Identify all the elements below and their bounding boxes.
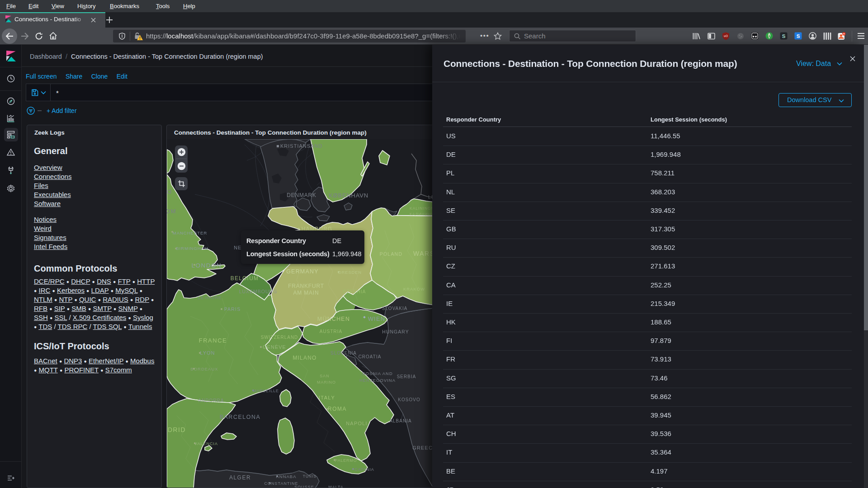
svg-text:WIEN: WIEN [368,315,386,322]
svg-text:MARINO: MARINO [317,380,336,385]
svg-text:BARCELONA: BARCELONA [220,414,261,420]
svg-text:MADRID: MADRID [167,426,186,433]
svg-text:BELGIUM: BELGIUM [231,275,259,282]
svg-text:POLAND: POLAND [380,251,402,257]
svg-text:CATANIA: CATANIA [354,467,374,472]
svg-text:S: S [797,33,800,39]
svg-text:ITALY: ITALY [319,395,335,400]
svg-text:O: O [167,188,172,195]
svg-text:KOSOVO: KOSOVO [398,397,420,402]
svg-text:GERMANY: GERMANY [286,268,319,275]
svg-text:NAPOLI: NAPOLI [346,421,368,426]
svg-text:MÜNCHEN: MÜNCHEN [317,316,350,322]
svg-text:LONDON: LONDON [192,262,222,269]
svg-text:BOSNIA AND: BOSNIA AND [362,371,393,376]
svg-text:PALERMO: PALERMO [335,458,357,463]
svg-text:SLOVAKIA: SLOVAKIA [382,306,408,311]
svg-text:MALTA: MALTA [328,485,344,488]
svg-text:BIRMINGHAM: BIRMINGHAM [176,246,208,251]
svg-text:OM: OM [167,208,176,215]
svg-text:ALGER: ALGER [229,474,251,481]
svg-text:S: S [782,33,786,39]
svg-text:HERZEGOVINA: HERZEGOVINA [359,378,396,383]
svg-text:LYON: LYON [200,350,215,356]
svg-text:PARIS: PARIS [224,306,241,312]
svg-text:LUXEMBOURG: LUXEMBOURG [239,289,278,294]
svg-text:SWITZERLAND: SWITZERLAND [261,335,298,340]
svg-text:KØBENHAVN: KØBENHAVN [329,192,368,199]
svg-text:MARSEILLE: MARSEILLE [253,389,279,393]
svg-text:uO: uO [724,34,728,38]
svg-text:FRANKFURT: FRANKFURT [288,283,324,289]
svg-text:SERBIA: SERBIA [397,374,416,379]
svg-text:AUSTRIA: AUSTRIA [320,329,342,334]
svg-text:MILANO: MILANO [292,355,316,361]
svg-text:DRESDEN: DRESDEN [338,270,362,275]
svg-text:GENÈVE: GENÈVE [263,344,286,350]
svg-text:CONSTANTINE: CONSTANTINE [264,481,298,486]
svg-text:AM MAIN: AM MAIN [293,290,319,296]
svg-text:LE HAVRE: LE HAVRE [198,296,222,300]
svg-text:BORDEAUX: BORDEAUX [190,366,218,371]
svg-text:KRISTIANSAND: KRISTIANSAND [280,143,322,149]
svg-text:VALENCIA: VALENCIA [194,441,218,446]
svg-text:ANNABA: ANNABA [276,474,296,479]
svg-text:DENMARK: DENMARK [287,192,316,198]
svg-text:FRANCE: FRANCE [199,337,227,344]
svg-text:ALBANIA: ALBANIA [389,418,411,423]
svg-text:KRAKÓW: KRAKÓW [403,286,425,291]
svg-text:CROATIA: CROATIA [359,354,382,359]
svg-text:MANCHESTER: MANCHESTER [173,230,208,235]
svg-text:CZECHIA: CZECHIA [343,289,366,294]
svg-text:HUNGARY: HUNGARY [382,329,409,334]
svg-text:ANDORRA: ANDORRA [198,398,224,403]
svg-text:SOUSSE: SOUSSE [294,485,314,488]
svg-text:TUNIS: TUNIS [303,474,317,479]
svg-text:ROMA: ROMA [328,406,347,412]
svg-text:SAN: SAN [320,374,330,378]
svg-text:1: 1 [769,34,770,38]
svg-text:SLOVENIA: SLOVENIA [330,351,357,356]
